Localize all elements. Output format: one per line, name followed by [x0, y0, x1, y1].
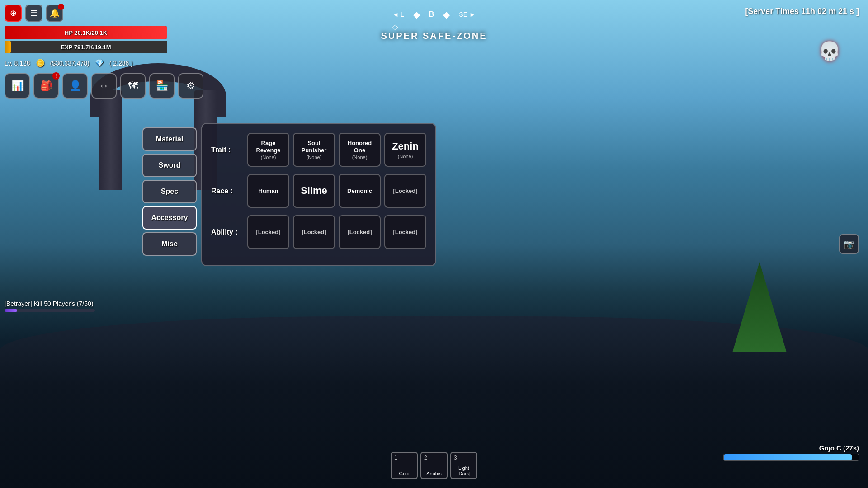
settings-button[interactable]: ⚙	[178, 73, 203, 99]
grid-panel: Trait : Rage Revenge (None) Soul Punishe…	[201, 123, 436, 266]
trait-1-main: Rage Revenge	[251, 140, 286, 154]
hp-bar: HP 20.1K/20.1K	[5, 26, 167, 39]
slot-1-num: 1	[394, 455, 397, 461]
race-label: Race :	[211, 187, 247, 195]
slot-1-label: Gojo	[399, 471, 409, 476]
ability-1-locked: [Locked]	[256, 229, 280, 235]
race-cell-4[interactable]: [Locked]	[384, 174, 426, 208]
slot-3-num: 3	[454, 455, 457, 461]
race-cells: Human Slime Demonic [Locked]	[247, 174, 426, 208]
hotbar-slot-3[interactable]: 3 Light[Dark]	[450, 452, 477, 479]
quest-label: [Betrayer] Kill 50 Player's (7/50)	[5, 300, 93, 307]
shop-button[interactable]: 🏪	[149, 73, 175, 99]
chart-button[interactable]: 📊	[5, 73, 30, 99]
gold-amount: ($30,337,478)	[50, 60, 90, 67]
safe-zone-banner: SUPER SAFE-ZONE	[381, 31, 487, 41]
nav-btn-spec[interactable]: Spec	[142, 180, 197, 203]
trait-cell-1[interactable]: Rage Revenge (None)	[247, 133, 289, 167]
trait-cell-4[interactable]: Zenin (None)	[384, 133, 426, 167]
trait-4-sub: (None)	[398, 154, 413, 159]
roblox-icon[interactable]: ⊕	[5, 5, 22, 22]
race-cell-3[interactable]: Demonic	[339, 174, 381, 208]
ability-4-locked: [Locked]	[393, 229, 417, 235]
map-button[interactable]: 🗺	[120, 73, 146, 99]
quest-progress-fill	[5, 309, 17, 312]
skull-icon: 💀	[818, 41, 841, 62]
ability-cell-4[interactable]: [Locked]	[384, 215, 426, 249]
ability-cell-3[interactable]: [Locked]	[339, 215, 381, 249]
trait-cells: Rage Revenge (None) Soul Punisher (None)…	[247, 133, 426, 167]
ability-row: Ability : [Locked] [Locked] [Locked] [Lo…	[211, 215, 426, 249]
race-cell-1[interactable]: Human	[247, 174, 289, 208]
ability-cell-2[interactable]: [Locked]	[293, 215, 335, 249]
trait-3-sub: (None)	[352, 155, 368, 160]
person-button[interactable]: 👤	[62, 73, 88, 99]
trait-row: Trait : Rage Revenge (None) Soul Punishe…	[211, 133, 426, 167]
trait-2-sub: (None)	[307, 155, 322, 160]
gem-amount: ( 2,286 )	[109, 60, 133, 67]
hotbar-slots: 1 Gojo 2 Anubis 3 Light[Dark]	[391, 452, 477, 479]
main-panel: Material Sword Spec Accessory Misc Trait…	[142, 123, 436, 266]
boss-hp-fill	[724, 454, 852, 460]
menu-icon[interactable]: ☰	[25, 5, 42, 22]
player-level: Lv. 8,128	[5, 60, 30, 67]
nav-center: B	[429, 10, 434, 19]
nav-btn-sword[interactable]: Sword	[142, 154, 197, 177]
nav-compass: ◇	[392, 23, 398, 31]
race-1-main: Human	[258, 188, 278, 195]
quest-progress-bar	[5, 309, 95, 312]
nav-right: SE ►	[459, 11, 475, 18]
bag-button[interactable]: 🎒 !	[33, 73, 59, 99]
hotbar-slot-2[interactable]: 2 Anubis	[420, 452, 448, 479]
arrows-button[interactable]: ↔	[91, 73, 117, 99]
bag-badge: !	[52, 72, 60, 80]
left-nav: Material Sword Spec Accessory Misc	[142, 123, 197, 266]
ability-2-locked: [Locked]	[302, 229, 326, 235]
race-4-locked: [Locked]	[393, 188, 417, 194]
status-bars: HP 20.1K/20.1K EXP 791.7K/19.1M	[5, 26, 167, 55]
exp-bar-fill	[5, 41, 11, 53]
race-row: Race : Human Slime Demonic [Locked]	[211, 174, 426, 208]
nav-left: ◄ L	[392, 11, 404, 18]
trait-label: Trait :	[211, 146, 247, 154]
exp-label: EXP 791.7K/19.1M	[61, 44, 111, 51]
slot-2-label: Anubis	[426, 471, 442, 476]
arch-pillar-left	[99, 90, 122, 190]
race-2-main: Slime	[301, 185, 327, 197]
trait-2-main: Soul Punisher	[297, 140, 331, 154]
top-nav-icons: ⊕ ☰ 🔔 !	[5, 5, 63, 22]
hp-label: HP 20.1K/20.1K	[65, 29, 107, 36]
ability-3-locked: [Locked]	[347, 229, 372, 235]
ability-cell-1[interactable]: [Locked]	[247, 215, 289, 249]
ability-label: Ability :	[211, 228, 247, 236]
nav-diamond: ◆	[413, 9, 420, 20]
action-buttons: 📊 🎒 ! 👤 ↔ 🗺 🏪 ⚙	[5, 73, 203, 99]
screenshot-button[interactable]: 📷	[839, 234, 859, 254]
boss-hp-bar	[723, 454, 859, 461]
notification-icon[interactable]: 🔔 !	[46, 5, 63, 22]
gem-icon: 💎	[95, 59, 104, 67]
server-time: [Server Times 11h 02 m 21 s ]	[745, 7, 859, 16]
trait-3-main: Honored One	[342, 140, 377, 154]
slot-2-num: 2	[424, 455, 427, 461]
trait-1-sub: (None)	[261, 155, 276, 160]
trait-cell-3[interactable]: Honored One (None)	[339, 133, 381, 167]
race-cell-2[interactable]: Slime	[293, 174, 335, 208]
boss-bar: Gojo C (27s)	[723, 444, 859, 461]
nav-area: ◄ L ◆ B ◆ SE ► ◇	[392, 9, 476, 20]
trait-4-main: Zenin	[392, 141, 419, 152]
nav-btn-misc[interactable]: Misc	[142, 232, 197, 256]
nav-btn-accessory[interactable]: Accessory	[142, 206, 197, 230]
gold-icon: 🪙	[36, 59, 45, 67]
nav-diamond2: ◆	[443, 9, 450, 20]
hotbar-slot-1[interactable]: 1 Gojo	[391, 452, 418, 479]
quest-text: [Betrayer] Kill 50 Player's (7/50)	[5, 300, 95, 312]
race-3-main: Demonic	[347, 188, 372, 195]
boss-name: Gojo C (27s)	[723, 444, 859, 452]
hotbar: 1 Gojo 2 Anubis 3 Light[Dark]	[391, 452, 477, 479]
nav-btn-material[interactable]: Material	[142, 127, 197, 151]
exp-bar: EXP 791.7K/19.1M	[5, 41, 167, 53]
ability-cells: [Locked] [Locked] [Locked] [Locked]	[247, 215, 426, 249]
trait-cell-2[interactable]: Soul Punisher (None)	[293, 133, 335, 167]
slot-3-label: Light[Dark]	[457, 465, 470, 476]
